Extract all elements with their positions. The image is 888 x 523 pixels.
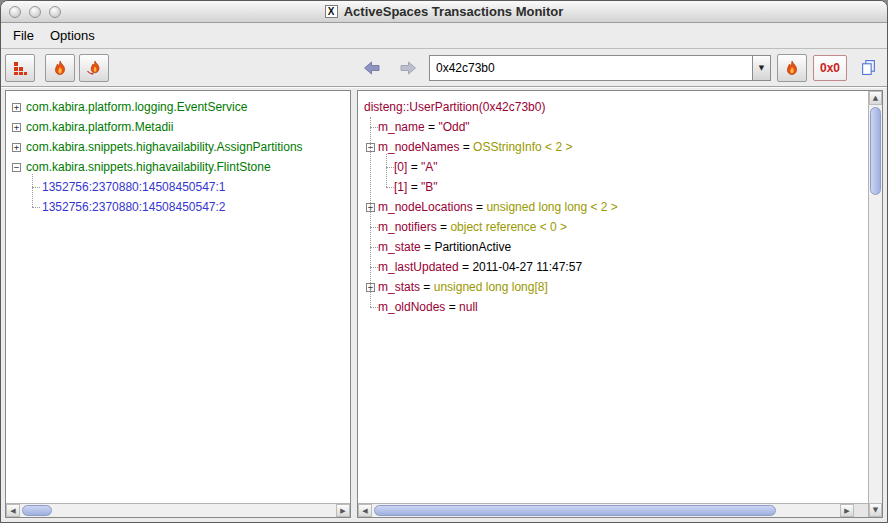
field-row[interactable]: [1] = "B": [380, 177, 866, 197]
field-row[interactable]: +m_stats = unsigned long long[8]: [364, 277, 866, 297]
expand-icon[interactable]: +: [366, 203, 375, 212]
forward-arrow-icon: [398, 60, 418, 76]
field-name: m_stats: [378, 280, 420, 294]
field-value: PartitionActive: [434, 240, 511, 254]
field-name: m_nodeNames: [378, 140, 459, 154]
object-header[interactable]: disteng::UserPartition(0x42c73b0): [364, 97, 866, 117]
menu-bar: File Options: [1, 23, 887, 49]
menu-options[interactable]: Options: [42, 25, 103, 46]
scroll-right-button[interactable]: [840, 504, 854, 517]
partitions-button[interactable]: [5, 54, 35, 82]
right-bottom-bar: [358, 503, 868, 517]
field-name: m_name: [378, 120, 425, 134]
scroll-down-button[interactable]: [869, 503, 882, 517]
field-value: null: [459, 300, 478, 314]
back-arrow-icon: [362, 60, 382, 76]
scroll-right-button[interactable]: [336, 504, 350, 517]
field-row[interactable]: m_oldNodes = null: [364, 297, 866, 317]
zoom-button[interactable]: [49, 6, 61, 18]
window-controls: [9, 6, 61, 18]
right-toolbar: 0x0: [357, 54, 883, 82]
tree-item[interactable]: −com.kabira.snippets.highavailability.Fl…: [10, 157, 348, 177]
field-row[interactable]: +m_nodeLocations = unsigned long long < …: [364, 197, 866, 217]
right-vertical-scrollbar[interactable]: [868, 91, 882, 517]
tree-item-label: com.kabira.snippets.highavailability.Ass…: [24, 140, 305, 154]
field-value: "Odd": [438, 120, 469, 134]
object-inspector-content: disteng::UserPartition(0x42c73b0) m_name…: [358, 91, 868, 517]
expand-icon[interactable]: +: [12, 123, 21, 132]
window-title: ActiveSpaces Transactions Monitor: [344, 4, 564, 19]
window-title-area: ActiveSpaces Transactions Monitor: [1, 4, 887, 19]
expand-icon[interactable]: +: [12, 143, 21, 152]
field-value: "B": [421, 180, 438, 194]
field-value: 2011-04-27 11:47:57: [472, 260, 582, 274]
field-row[interactable]: −m_nodeNames = OSStringInfo < 2 >: [364, 137, 866, 157]
tree-leaf[interactable]: 1352756:2370880:14508450547:1: [26, 177, 348, 197]
tree-item-label: com.kabira.platform.logging.EventService: [24, 100, 249, 114]
tree-leaf[interactable]: 1352756:2370880:14508450547:2: [26, 197, 348, 217]
minimize-button[interactable]: [29, 6, 41, 18]
scroll-track[interactable]: [869, 105, 882, 503]
forward-button[interactable]: [393, 54, 423, 82]
field-row[interactable]: [0] = "A": [380, 157, 866, 177]
right-horizontal-scrollbar[interactable]: [358, 503, 854, 517]
flame-arrow-icon: [86, 60, 102, 76]
close-button[interactable]: [9, 6, 21, 18]
field-row[interactable]: m_state = PartitionActive: [364, 237, 866, 257]
field-name: [0]: [394, 160, 407, 174]
field-value: OSStringInfo < 2 >: [473, 140, 572, 154]
object-inspector-panel: disteng::UserPartition(0x42c73b0) m_name…: [357, 90, 883, 518]
scroll-thumb[interactable]: [374, 505, 776, 516]
collapse-icon[interactable]: −: [366, 143, 375, 152]
type-tree: +com.kabira.platform.logging.EventServic…: [6, 91, 350, 503]
tree-item[interactable]: +com.kabira.platform.logging.EventServic…: [10, 97, 348, 117]
scroll-thumb[interactable]: [870, 107, 881, 195]
tree-leaf-label: 1352756:2370880:14508450547:1: [40, 180, 228, 194]
address-input[interactable]: [429, 55, 752, 81]
split-pane: +com.kabira.platform.logging.EventServic…: [1, 87, 887, 522]
scroll-up-button[interactable]: [869, 91, 882, 105]
field-row[interactable]: m_notifiers = object reference < 0 >: [364, 217, 866, 237]
red-blocks-icon: [12, 60, 28, 76]
back-button[interactable]: [357, 54, 387, 82]
hex-zero-button[interactable]: 0x0: [813, 55, 847, 81]
scroll-left-button[interactable]: [6, 504, 20, 517]
field-name: m_lastUpdated: [378, 260, 459, 274]
left-horizontal-scrollbar[interactable]: [6, 503, 350, 517]
x11-app-icon: [325, 5, 338, 18]
refresh-flame-button[interactable]: [45, 54, 75, 82]
scroll-left-button[interactable]: [358, 504, 372, 517]
title-bar: ActiveSpaces Transactions Monitor: [1, 1, 887, 23]
scroll-track[interactable]: [20, 504, 336, 517]
field-value: unsigned long long[8]: [434, 280, 548, 294]
flame-go-button[interactable]: [79, 54, 109, 82]
combo-dropdown-button[interactable]: [752, 55, 771, 81]
field-value: "A": [421, 160, 438, 174]
menu-file[interactable]: File: [5, 25, 42, 46]
flame-icon: [784, 60, 800, 76]
scroll-thumb[interactable]: [22, 505, 52, 516]
expand-icon[interactable]: +: [12, 103, 21, 112]
inspect-flame-button[interactable]: [777, 54, 807, 82]
field-name: m_state: [378, 240, 421, 254]
copy-pages-icon: [860, 59, 877, 76]
tree-item-label: com.kabira.snippets.highavailability.Fli…: [24, 160, 273, 174]
scrollbar-corner: [854, 503, 868, 517]
left-toolbar: [5, 54, 351, 82]
copy-button[interactable]: [853, 54, 883, 82]
scroll-track[interactable]: [372, 504, 840, 517]
tree-item[interactable]: +com.kabira.snippets.highavailability.As…: [10, 137, 348, 157]
tree-item[interactable]: +com.kabira.platform.Metadii: [10, 117, 348, 137]
tree-leaf-label: 1352756:2370880:14508450547:2: [40, 200, 228, 214]
field-value: unsigned long long < 2 >: [486, 200, 617, 214]
app-window: ActiveSpaces Transactions Monitor File O…: [0, 0, 888, 523]
collapse-icon[interactable]: −: [12, 163, 21, 172]
field-row[interactable]: m_lastUpdated = 2011-04-27 11:47:57: [364, 257, 866, 277]
expand-icon[interactable]: +: [366, 283, 375, 292]
field-row[interactable]: m_name = "Odd": [364, 117, 866, 137]
flame-icon: [52, 60, 68, 76]
field-name: m_notifiers: [378, 220, 437, 234]
object-fields: m_name = "Odd"−m_nodeNames = OSStringInf…: [364, 117, 866, 317]
address-combo: [429, 55, 771, 81]
field-value: object reference < 0 >: [450, 220, 567, 234]
